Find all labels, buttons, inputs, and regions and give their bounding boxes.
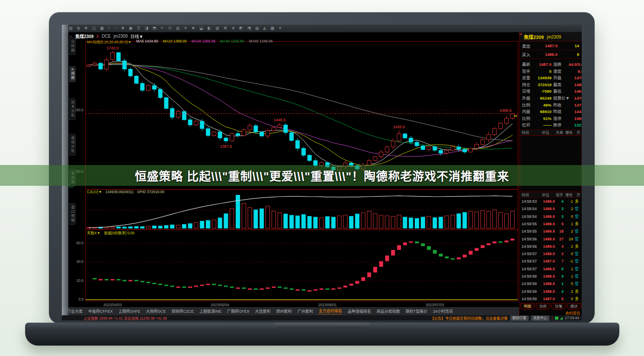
toolbar-icon[interactable]: ⊞ xyxy=(77,26,80,30)
toolbar-icon[interactable]: ▩ xyxy=(270,26,274,30)
toolbar-icon[interactable]: ✥ xyxy=(84,26,88,30)
tick-row: 14:59:561486.532多 xyxy=(519,243,582,250)
toolbar-icon[interactable]: ▣ xyxy=(129,26,133,30)
quote-value: —— xyxy=(534,122,551,128)
quote-value: 1565 xyxy=(564,115,582,122)
detail-tab-3[interactable]: 分笔 xyxy=(551,303,566,310)
quote-instrument-code: jm2309 xyxy=(547,35,561,39)
tick-row: 14:59:561486.52724空 xyxy=(519,236,582,243)
toolbar-icon[interactable]: ✕ xyxy=(279,26,282,30)
toolbar-icon[interactable]: ▦ xyxy=(100,26,104,30)
tick-price: 1486.0 xyxy=(540,198,555,205)
market-tab-12[interactable]: 品种涨幅排名 xyxy=(348,308,371,314)
toolbar-icon[interactable]: ❖ xyxy=(192,26,195,30)
tick-row: 14:59:571486.520空 xyxy=(519,250,582,258)
market-tab-4[interactable]: 大商所DCE xyxy=(146,308,166,314)
signal-icon: ◢ xyxy=(560,316,563,320)
market-tab-5[interactable]: 郑商所CZCE xyxy=(172,308,194,314)
tick-side: 空 xyxy=(575,236,581,243)
quote-label: 开盘 xyxy=(553,74,561,81)
toolbar-icon[interactable]: ◧ xyxy=(207,26,211,30)
toolbar-icon[interactable]: ⌬ xyxy=(168,26,172,30)
svg-text:1420.0: 1420.0 xyxy=(393,125,405,129)
tick-time: 14:59:53 xyxy=(522,198,537,205)
tick-row: 14:59:551486.551多 xyxy=(519,220,582,228)
toolbar-icon[interactable]: ▤ xyxy=(69,26,73,30)
sidebar-tab-4[interactable]: 画线分析 xyxy=(69,134,76,155)
status-button[interactable]: 消息中心 xyxy=(531,316,549,320)
toolbar-icon[interactable]: ◫ xyxy=(92,26,96,30)
quote-row: 日增-7590最低1462 xyxy=(519,88,582,94)
sidebar-tab-6[interactable]: 盘口明细 xyxy=(69,203,76,225)
period-selector[interactable]: 日线▼ xyxy=(130,33,143,39)
market-tab-3[interactable]: 上期所SHFE xyxy=(119,308,141,314)
quote-value: 372019 xyxy=(534,81,551,88)
column-header: 时间 xyxy=(522,130,529,135)
exchange-label: DCE xyxy=(102,34,111,39)
volume-label-part: 134939.00(4931) xyxy=(106,190,134,194)
sidebar-tab-3[interactable]: 技术分析 xyxy=(69,98,76,120)
market-tab-13[interactable]: 商品分类指数 xyxy=(377,308,400,314)
market-tab-10[interactable]: 广州套利 xyxy=(298,308,313,314)
detail-tab-1[interactable]: 明细 xyxy=(520,303,535,310)
notice-ticker[interactable]: 【公告】今日夜盘交易时间调整，点击查看详情 xyxy=(430,315,508,320)
market-tab-1[interactable]: 行业分类 xyxy=(67,308,83,314)
column-header: 时间 xyxy=(522,192,529,197)
toolbar-icon[interactable]: ⬒ xyxy=(153,26,157,30)
quote-label: 昨结 xyxy=(553,108,561,115)
toolbar-icon[interactable]: ▧ xyxy=(255,26,259,30)
oscillator-pane-label: 天数X▼涨速[0的数字] 0.00 xyxy=(87,230,135,235)
quote-value: 44.0/3.0 xyxy=(564,61,582,68)
toolbar-icon[interactable]: ◩ xyxy=(239,26,243,30)
toolbar-icon[interactable]: ▥ xyxy=(176,26,180,30)
market-tab-9[interactable]: 郑州套利 xyxy=(276,308,292,314)
tick-price: 1486.5 xyxy=(540,243,555,250)
toolbar-icon[interactable]: ✜ xyxy=(231,26,235,30)
tick-volume: 5 xyxy=(557,295,564,303)
quote-label: 比例 xyxy=(522,115,530,122)
toolbar-icon[interactable]: ⬓ xyxy=(199,26,203,30)
column-header: 现手 xyxy=(556,192,563,197)
toolbar-icon[interactable]: ✎ xyxy=(160,26,164,30)
marker-icon: M xyxy=(519,32,522,36)
tick-price: 1486.5 xyxy=(540,228,555,235)
toolbar-icon[interactable]: ◨ xyxy=(144,26,148,30)
tick-side: 空 xyxy=(575,258,581,265)
market-tab-6[interactable]: 上期能源INE xyxy=(199,308,221,314)
quote-label: 最高 xyxy=(553,81,561,88)
osc-label-part: 天数X▼ xyxy=(87,230,100,235)
toolbar-icon[interactable]: ✛ xyxy=(184,26,187,30)
market-tab-14[interactable]: 期权T型报价 xyxy=(406,308,428,314)
quote-label: 最低 xyxy=(553,88,561,94)
toolbar-icon[interactable]: ◔ xyxy=(115,26,117,30)
bid-label: 买入 xyxy=(522,52,535,58)
toolbar-icon[interactable]: ⌘ xyxy=(223,26,227,30)
sidebar-tab-2[interactable]: K线图 xyxy=(69,66,76,82)
quote-label: 速度 xyxy=(553,68,561,74)
toolbar-icon[interactable]: ▨ xyxy=(215,26,219,30)
toolbar-icon[interactable]: ⬔ xyxy=(247,26,251,30)
market-tab-11[interactable]: 主力合约排名 xyxy=(319,308,342,314)
toolbar-icon[interactable]: ⌗ xyxy=(108,26,110,30)
market-tab-2[interactable]: 中金所CFFEX xyxy=(88,308,113,314)
toolbar-icon[interactable]: ✚ xyxy=(121,26,125,30)
tick-volume: 27 xyxy=(557,236,564,243)
toolbar-icon[interactable]: ◭ xyxy=(263,26,266,30)
status-button[interactable]: 删除行情 xyxy=(510,316,529,320)
market-tab-7[interactable]: 广期所GFEX xyxy=(227,308,250,314)
tick-time: 14:59:59 xyxy=(522,280,537,288)
tick-row: 14:59:581486.531空 xyxy=(519,273,582,280)
toolbar-icon[interactable]: ☰ xyxy=(137,26,140,30)
tick-delta: 0 xyxy=(564,280,573,288)
detail-tab-4[interactable]: 统计 xyxy=(567,303,581,310)
market-tab-15[interactable]: 24小时资讯 xyxy=(433,308,453,314)
quote-value: 51% xyxy=(534,115,551,122)
ask-label: 卖出 xyxy=(522,43,535,49)
tick-price: 1486.5 xyxy=(540,265,555,273)
sidebar-tab-1[interactable]: 分时图 xyxy=(69,38,76,55)
svg-text:1742.0: 1742.0 xyxy=(106,46,119,50)
news-link[interactable]: 合约资讯 xyxy=(565,310,580,315)
tick-volume: 1 xyxy=(557,280,564,288)
market-tab-8[interactable]: 大连套利 xyxy=(255,308,271,314)
detail-tab-2[interactable]: 分价 xyxy=(536,303,550,310)
